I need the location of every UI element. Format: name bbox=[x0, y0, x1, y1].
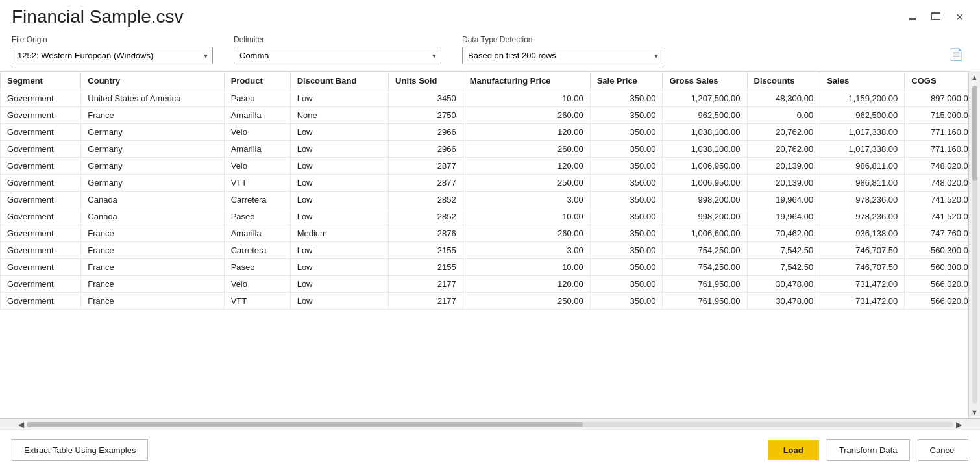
delimiter-group: Delimiter Comma bbox=[234, 35, 441, 64]
scroll-down-arrow[interactable]: ▼ bbox=[969, 406, 980, 418]
data-type-label: Data Type Detection bbox=[462, 35, 663, 44]
scroll-left-arrow[interactable]: ◀ bbox=[16, 420, 27, 429]
table-row: GovernmentCanadaPaseoLow285210.00350.009… bbox=[1, 208, 980, 225]
close-button[interactable]: ✕ bbox=[950, 8, 968, 26]
table-cell: Paseo bbox=[224, 208, 290, 225]
table-cell: 2877 bbox=[389, 158, 463, 175]
table-cell: 2877 bbox=[389, 175, 463, 192]
table-cell: 1,006,600.00 bbox=[663, 225, 747, 242]
table-cell: Government bbox=[1, 208, 81, 225]
table-cell: Low bbox=[290, 90, 388, 107]
extract-button[interactable]: Extract Table Using Examples bbox=[12, 439, 148, 461]
table-cell: France bbox=[81, 259, 224, 276]
table-cell: 10.00 bbox=[463, 90, 590, 107]
table-row: GovernmentFranceAmarillaMedium2876260.00… bbox=[1, 225, 980, 242]
title-bar: Financial Sample.csv 🗕 🗖 ✕ bbox=[0, 0, 980, 30]
table-cell: Germany bbox=[81, 175, 224, 192]
h-scroll-track[interactable] bbox=[27, 422, 953, 427]
table-cell: 350.00 bbox=[590, 192, 663, 208]
delimiter-label: Delimiter bbox=[234, 35, 441, 44]
table-cell: 936,138.00 bbox=[820, 225, 905, 242]
table-cell: 731,472.00 bbox=[820, 293, 905, 310]
v-scroll-track[interactable] bbox=[972, 86, 977, 404]
table-cell: Canada bbox=[81, 208, 224, 225]
horizontal-scrollbar[interactable]: ◀ ▶ bbox=[0, 418, 980, 430]
table-wrapper[interactable]: Segment Country Product Discount Band Un… bbox=[0, 71, 980, 418]
maximize-button[interactable]: 🗖 bbox=[927, 8, 945, 26]
table-cell: Amarilla bbox=[224, 107, 290, 124]
table-cell: 350.00 bbox=[590, 276, 663, 293]
table-cell: 3.00 bbox=[463, 192, 590, 208]
scroll-up-arrow[interactable]: ▲ bbox=[969, 71, 980, 83]
table-cell: 978,236.00 bbox=[820, 208, 905, 225]
data-type-select-wrapper: Based on first 200 rows bbox=[462, 47, 663, 64]
table-cell: 3.00 bbox=[463, 242, 590, 259]
table-cell: 7,542.50 bbox=[747, 242, 820, 259]
table-cell: Government bbox=[1, 192, 81, 208]
table-cell: 19,964.00 bbox=[747, 192, 820, 208]
table-cell: Low bbox=[290, 175, 388, 192]
table-cell: VTT bbox=[224, 175, 290, 192]
table-cell: Low bbox=[290, 276, 388, 293]
table-cell: Low bbox=[290, 192, 388, 208]
scroll-right-arrow[interactable]: ▶ bbox=[953, 420, 964, 429]
maximize-icon: 🗖 bbox=[931, 11, 941, 23]
table-cell: 1,038,100.00 bbox=[663, 141, 747, 158]
col-units-sold: Units Sold bbox=[389, 72, 463, 90]
load-button[interactable]: Load bbox=[768, 440, 819, 460]
table-cell: VTT bbox=[224, 293, 290, 310]
file-origin-select[interactable]: 1252: Western European (Windows) bbox=[12, 47, 213, 64]
table-cell: France bbox=[81, 293, 224, 310]
table-cell: Velo bbox=[224, 124, 290, 141]
table-row: GovernmentFranceVTTLow2177250.00350.0076… bbox=[1, 293, 980, 310]
table-cell: France bbox=[81, 107, 224, 124]
table-cell: 962,500.00 bbox=[820, 107, 905, 124]
table-cell: Government bbox=[1, 276, 81, 293]
table-cell: 120.00 bbox=[463, 124, 590, 141]
table-cell: Low bbox=[290, 259, 388, 276]
table-cell: 20,139.00 bbox=[747, 175, 820, 192]
table-cell: 998,200.00 bbox=[663, 208, 747, 225]
table-row: GovernmentFranceAmarillaNone2750260.0035… bbox=[1, 107, 980, 124]
table-cell: 10.00 bbox=[463, 208, 590, 225]
vertical-scrollbar[interactable]: ▲ ▼ bbox=[968, 71, 980, 418]
table-cell: 120.00 bbox=[463, 158, 590, 175]
close-icon: ✕ bbox=[955, 11, 964, 23]
delimiter-select[interactable]: Comma bbox=[234, 47, 441, 64]
table-cell: 986,811.00 bbox=[820, 158, 905, 175]
data-type-select[interactable]: Based on first 200 rows bbox=[462, 47, 663, 64]
transform-button[interactable]: Transform Data bbox=[827, 439, 910, 461]
export-icon-button[interactable]: 📄 bbox=[944, 45, 968, 64]
window-title: Financial Sample.csv bbox=[12, 6, 184, 27]
col-product: Product bbox=[224, 72, 290, 90]
h-scroll-thumb[interactable] bbox=[27, 422, 583, 427]
col-country: Country bbox=[81, 72, 224, 90]
table-cell: 1,159,200.00 bbox=[820, 90, 905, 107]
table-cell: France bbox=[81, 276, 224, 293]
table-cell: 1,006,950.00 bbox=[663, 158, 747, 175]
table-cell: Government bbox=[1, 90, 81, 107]
table-cell: Low bbox=[290, 242, 388, 259]
table-row: GovernmentCanadaCarreteraLow28523.00350.… bbox=[1, 192, 980, 208]
table-cell: 761,950.00 bbox=[663, 276, 747, 293]
table-row: GovernmentGermanyVeloLow2966120.00350.00… bbox=[1, 124, 980, 141]
cancel-button[interactable]: Cancel bbox=[918, 439, 968, 461]
table-cell: 350.00 bbox=[590, 124, 663, 141]
v-scroll-thumb[interactable] bbox=[972, 86, 977, 181]
table-cell: Low bbox=[290, 124, 388, 141]
table-cell: 2155 bbox=[389, 242, 463, 259]
table-cell: 746,707.50 bbox=[820, 242, 905, 259]
table-cell: 250.00 bbox=[463, 293, 590, 310]
table-cell: 2966 bbox=[389, 124, 463, 141]
table-cell: Government bbox=[1, 242, 81, 259]
table-container: Segment Country Product Discount Band Un… bbox=[0, 71, 980, 430]
table-row: GovernmentUnited States of AmericaPaseoL… bbox=[1, 90, 980, 107]
table-cell: Low bbox=[290, 293, 388, 310]
table-cell: Velo bbox=[224, 276, 290, 293]
table-cell: Paseo bbox=[224, 90, 290, 107]
col-discount-band: Discount Band bbox=[290, 72, 388, 90]
minimize-button[interactable]: 🗕 bbox=[903, 8, 922, 26]
table-row: GovernmentGermanyAmarillaLow2966260.0035… bbox=[1, 141, 980, 158]
controls-row: File Origin 1252: Western European (Wind… bbox=[0, 30, 980, 71]
table-cell: 2966 bbox=[389, 141, 463, 158]
